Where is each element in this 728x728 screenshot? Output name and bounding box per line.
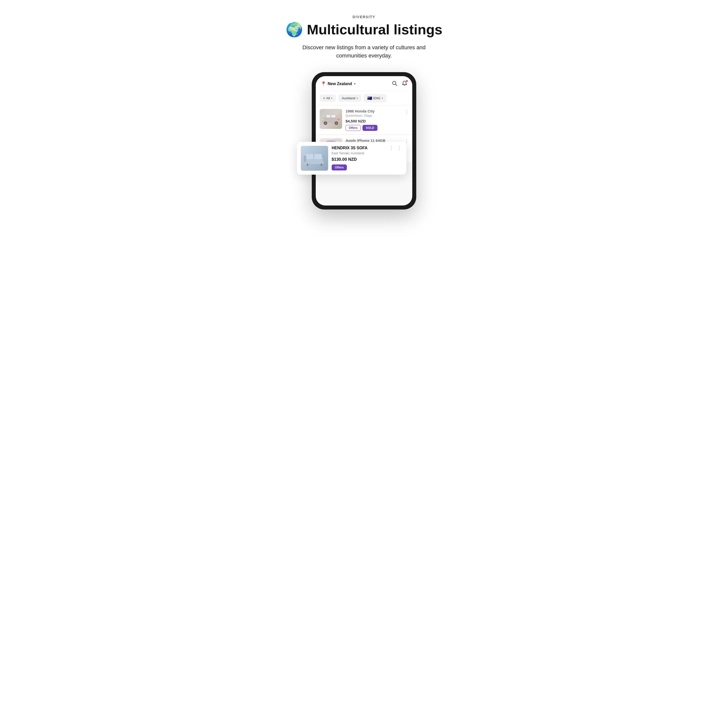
phone-frame: 📍 New Zealand ▾ xyxy=(312,72,416,210)
car-thumbnail xyxy=(320,109,342,129)
location-pin-icon: 📍 xyxy=(321,81,326,87)
location-selector[interactable]: 📍 New Zealand ▾ xyxy=(321,81,356,87)
notification-bell-icon[interactable] xyxy=(402,81,407,87)
city-filter-chip[interactable]: Auckland ▾ xyxy=(338,95,361,102)
svg-line-8 xyxy=(396,84,397,86)
svg-rect-6 xyxy=(321,164,322,166)
car-listing-title: 1986 Honda City xyxy=(346,109,408,113)
language-label: ENG xyxy=(373,96,381,100)
svg-rect-11 xyxy=(332,115,335,118)
svg-rect-3 xyxy=(304,156,306,162)
category-chevron-icon: ▾ xyxy=(331,97,332,99)
svg-rect-2 xyxy=(314,154,322,159)
page-container: DIVERSITY 🌍 Multicultural listings Disco… xyxy=(277,15,451,210)
sofa-thumbnail xyxy=(301,146,328,171)
section-label: DIVERSITY xyxy=(353,15,375,19)
svg-rect-1 xyxy=(306,154,313,159)
offers-tag[interactable]: Offers xyxy=(346,125,361,131)
city-chevron-icon: ▾ xyxy=(356,97,358,99)
floating-listing-card: HENDRIX 3S SOFA East Tamaki, Auckland $1… xyxy=(297,142,406,175)
svg-point-15 xyxy=(335,122,337,124)
car-listing-price: $4,500 NZD xyxy=(346,119,408,123)
car-listing-more-icon[interactable]: ⋮ xyxy=(404,109,409,115)
car-listing-tags: Offers SOLD xyxy=(346,125,408,131)
svg-rect-4 xyxy=(323,156,325,162)
flag-icon: 🇳🇿 xyxy=(367,96,372,101)
floating-more-dots-right[interactable]: ⋮ xyxy=(397,145,402,151)
location-chevron-icon: ▾ xyxy=(354,82,356,86)
search-icon[interactable] xyxy=(392,81,397,87)
phone-header: 📍 New Zealand ▾ xyxy=(316,76,412,91)
header-icons xyxy=(392,81,407,87)
language-filter-chip[interactable]: 🇳🇿 ENG ▾ xyxy=(364,94,386,102)
filter-bar: ≡ All ▾ Auckland ▾ 🇳🇿 ENG ▾ xyxy=(316,91,412,106)
svg-rect-5 xyxy=(307,164,308,166)
phone-mockup-wrapper: HENDRIX 3S SOFA East Tamaki, Auckland $1… xyxy=(312,72,416,210)
location-name: New Zealand xyxy=(328,82,352,86)
hamburger-icon: ≡ xyxy=(323,96,325,100)
floating-location: East Tamaki, Auckland xyxy=(332,151,402,155)
svg-rect-16 xyxy=(322,119,324,120)
category-filter-chip[interactable]: ≡ All ▾ xyxy=(320,95,336,102)
floating-price: $130.00 NZD xyxy=(332,157,402,162)
subtitle: Discover new listings from a variety of … xyxy=(294,43,434,60)
floating-tags: Offers xyxy=(332,164,402,170)
main-title: 🌍 Multicultural listings xyxy=(286,22,442,37)
phone-screen: 📍 New Zealand ▾ xyxy=(316,76,412,205)
category-label: All xyxy=(326,96,330,100)
floating-more-dots-left[interactable]: ⋮ xyxy=(389,145,394,151)
notification-dot xyxy=(406,80,408,82)
svg-rect-17 xyxy=(338,119,340,120)
svg-point-13 xyxy=(324,122,326,124)
svg-rect-10 xyxy=(326,115,330,118)
listing-item-car: 1986 Honda City Queenstown, Otago $4,500… xyxy=(316,106,412,135)
car-listing-location: Queenstown, Otago xyxy=(346,114,408,118)
car-listing-info: 1986 Honda City Queenstown, Otago $4,500… xyxy=(346,109,408,131)
floating-offers-tag[interactable]: Offers xyxy=(332,164,347,170)
sold-tag: SOLD xyxy=(362,125,377,131)
language-chevron-icon: ▾ xyxy=(382,97,383,99)
city-label: Auckland xyxy=(342,96,355,100)
